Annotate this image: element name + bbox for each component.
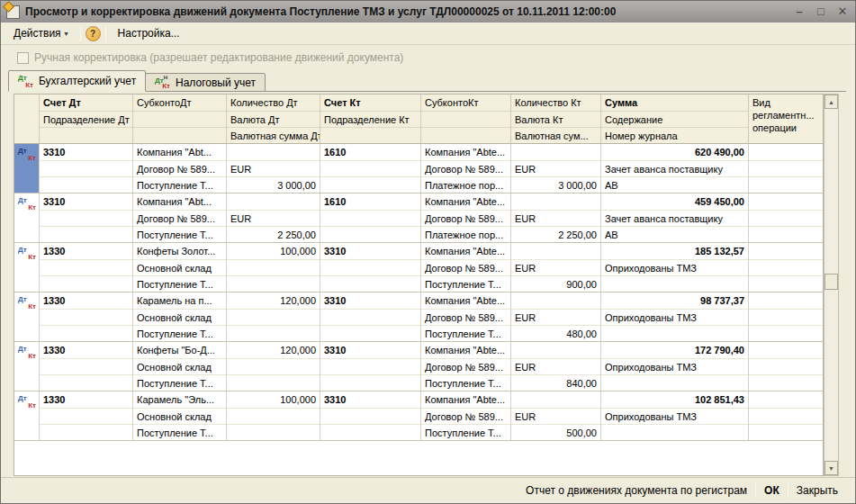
schet-dt-cell[interactable]: 3310 [40, 194, 133, 242]
dt-kt-icon: ДтКт [18, 345, 36, 360]
header-vid-operacii: Вид регламентн... операции [749, 94, 823, 143]
toolbar: Действия ▾ ? Настройка... [1, 22, 855, 45]
minimize-icon[interactable]: – [792, 4, 806, 19]
qty-dt-cell[interactable]: EUR 3 000,00 [227, 144, 320, 193]
vid-operacii-cell[interactable] [749, 392, 823, 440]
qty-dt-cell[interactable]: 100,000 [227, 392, 320, 440]
schet-dt-cell[interactable]: 1330 [40, 342, 133, 391]
subkonto-kt-cell[interactable]: Компания "Abte... Договор № 589... Посту… [421, 243, 511, 292]
qty-dt-cell[interactable]: EUR 2 250,00 [227, 194, 320, 242]
schet-dt-cell[interactable]: 3310 [40, 144, 133, 193]
settings-button[interactable]: Настройка... [111, 24, 187, 42]
tab-tax-label: Налоговый учет [176, 76, 256, 89]
tab-tax[interactable]: ДтНКт Налоговый учет [145, 73, 266, 92]
subkonto-kt-cell[interactable]: Компания "Abte... Договор № 589... Посту… [421, 342, 511, 391]
row-select-cell[interactable]: ДтКт [14, 144, 40, 193]
toolbar-separator [80, 26, 81, 41]
table-row[interactable]: ДтКт 1330 Конфеты "Бо-Д... Основной скла… [14, 342, 823, 392]
titlebar: Просмотр и корректировка движений докуме… [1, 1, 855, 22]
subkonto-dt-cell[interactable]: Карамель "Эль... Основной склад Поступле… [133, 392, 227, 440]
vertical-scrollbar[interactable]: ▲ ▼ [824, 94, 839, 476]
help-button[interactable]: ? [86, 26, 101, 41]
summa-cell[interactable]: 98 737,37 Оприходованы ТМЗ [601, 292, 749, 341]
dt-kt-icon: ДтКт [18, 75, 33, 88]
subkonto-kt-cell[interactable]: Компания "Abte... Договор № 589... Посту… [421, 292, 511, 341]
vid-operacii-cell[interactable] [749, 342, 823, 391]
row-select-cell[interactable]: ДтКт [14, 342, 40, 391]
schet-kt-cell[interactable]: 3310 [320, 342, 421, 391]
qty-kt-cell[interactable]: EUR 2 250,00 [511, 194, 601, 242]
subkonto-dt-cell[interactable]: Компания "Abt... Договор № 589... Поступ… [133, 194, 227, 242]
row-select-cell[interactable]: ДтКт [14, 243, 40, 292]
vid-operacii-cell[interactable] [749, 194, 823, 242]
summa-cell[interactable]: 459 450,00 Зачет аванса поставщику АВ [601, 194, 749, 242]
tab-accounting[interactable]: ДтКт Бухгалтерский учет [8, 70, 146, 92]
table-row[interactable]: ДтКт 3310 Компания "Abt... Договор № 589… [14, 144, 823, 194]
schet-kt-cell[interactable]: 3310 [320, 243, 421, 292]
row-select-cell[interactable]: ДтКт [14, 194, 40, 242]
subkonto-dt-cell[interactable]: Карамель на п... Основной склад Поступле… [133, 292, 227, 341]
document-movements-window: Просмотр и корректировка движений докуме… [0, 0, 856, 504]
close-button[interactable]: Закрыть [788, 482, 846, 500]
header-qty-dt: Количество Дт Валюта Дт Валютная сумма Д… [227, 94, 320, 143]
row-select-cell[interactable]: ДтКт [14, 392, 40, 440]
qty-dt-cell[interactable]: 100,000 [227, 243, 320, 292]
subkonto-dt-cell[interactable]: Компания "Abt... Договор № 589... Поступ… [133, 144, 227, 193]
footer-bar: Отчет о движениях документа по регистрам… [1, 477, 855, 503]
vid-operacii-cell[interactable] [749, 243, 823, 292]
vid-operacii-cell[interactable] [749, 144, 823, 193]
actions-menu-button[interactable]: Действия ▾ [6, 24, 76, 42]
header-summa: Сумма Содержание Номер журнала [601, 94, 749, 143]
schet-dt-cell[interactable]: 1330 [40, 392, 133, 440]
maximize-icon[interactable]: □ [814, 4, 828, 19]
qty-kt-cell[interactable]: EUR 500,00 [511, 392, 601, 440]
qty-kt-cell[interactable]: EUR 480,00 [511, 292, 601, 341]
summa-cell[interactable]: 172 790,40 Оприходованы ТМЗ [601, 342, 749, 391]
close-icon[interactable]: ✕ [835, 4, 850, 19]
scrollbar-thumb[interactable] [824, 274, 838, 290]
subkonto-kt-cell[interactable]: Компания "Abte... Договор № 589... Посту… [421, 392, 511, 440]
summa-cell[interactable]: 185 132,57 Оприходованы ТМЗ [601, 243, 749, 292]
row-select-cell[interactable]: ДтКт [14, 292, 40, 341]
dt-kt-icon: ДтКт [18, 394, 36, 410]
qty-dt-cell[interactable]: 120,000 [227, 292, 320, 341]
vid-operacii-cell[interactable] [749, 292, 823, 341]
summa-cell[interactable]: 102 851,43 Оприходованы ТМЗ [601, 392, 749, 440]
subkonto-dt-cell[interactable]: Конфеты Золот... Основной склад Поступле… [133, 243, 227, 292]
dt-kt-tax-icon: ДтНКт [155, 76, 170, 89]
subkonto-dt-cell[interactable]: Конфеты "Бо-Д... Основной склад Поступле… [133, 342, 227, 391]
tab-accounting-label: Бухгалтерский учет [39, 75, 136, 87]
qty-kt-cell[interactable]: EUR 900,00 [511, 243, 601, 292]
scroll-up-icon[interactable]: ▲ [824, 94, 838, 109]
window-icon [6, 5, 20, 19]
toolbar-separator [105, 26, 106, 41]
header-schet-kt: Счет Кт Подразделение Кт [320, 94, 421, 143]
dt-kt-icon: ДтКт [18, 196, 36, 212]
manual-correction-label: Ручная корректировка (разрешает редактир… [34, 51, 403, 64]
table-row[interactable]: ДтКт 1330 Карамель на п... Основной скла… [14, 292, 823, 342]
qty-kt-cell[interactable]: EUR 840,00 [511, 342, 601, 391]
schet-kt-cell[interactable]: 1610 [320, 194, 421, 242]
movements-table: Счет Дт Подразделение Дт СубконтоДт Коли… [14, 94, 824, 476]
chevron-down-icon: ▾ [65, 30, 68, 38]
subkonto-kt-cell[interactable]: Компания "Abte... Договор № 589... Плате… [421, 144, 511, 193]
ok-button[interactable]: ОК [756, 482, 788, 500]
schet-kt-cell[interactable]: 3310 [320, 392, 421, 440]
schet-kt-cell[interactable]: 3310 [320, 292, 421, 341]
summa-cell[interactable]: 620 490,00 Зачет аванса поставщику АВ [601, 144, 749, 193]
subkonto-kt-cell[interactable]: Компания "Abte... Договор № 589... Плате… [421, 194, 511, 242]
table-row[interactable]: ДтКт 3310 Компания "Abt... Договор № 589… [14, 194, 823, 243]
report-button[interactable]: Отчет о движениях документа по регистрам [518, 482, 755, 500]
dt-kt-icon: ДтКт [18, 246, 36, 261]
manual-correction-checkbox[interactable] [17, 52, 29, 64]
table-row[interactable]: ДтКт 1330 Конфеты Золот... Основной скла… [14, 243, 823, 292]
scroll-down-icon[interactable]: ▼ [824, 461, 838, 475]
schet-dt-cell[interactable]: 1330 [40, 243, 133, 292]
qty-kt-cell[interactable]: EUR 3 000,00 [511, 144, 601, 193]
schet-dt-cell[interactable]: 1330 [40, 292, 133, 341]
qty-dt-cell[interactable]: 120,000 [227, 342, 320, 391]
schet-kt-cell[interactable]: 1610 [320, 144, 421, 193]
table-row[interactable]: ДтКт 1330 Карамель "Эль... Основной скла… [14, 392, 823, 441]
header-schet-dt: Счет Дт Подразделение Дт [40, 94, 133, 143]
header-icon-cell [14, 94, 40, 143]
